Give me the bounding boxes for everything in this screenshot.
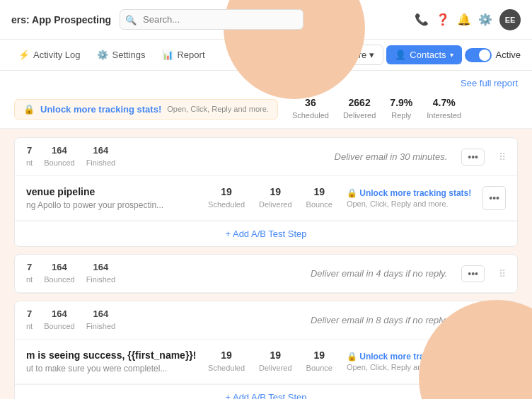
stat-delivered-value: 2662: [343, 97, 376, 108]
active-toggle-switch[interactable]: [465, 48, 492, 62]
seq-deliver-info-3: Deliver email in 8 days if no reply.: [311, 315, 447, 325]
stat-interested-value: 4.7%: [427, 97, 461, 108]
seq-count-val: 164: [44, 262, 74, 272]
seq-count-val: 164: [86, 145, 116, 156]
more-caret-icon: ▾: [369, 50, 374, 60]
seq-count-val: 7: [26, 308, 33, 319]
lock-icon: 🔒: [23, 104, 35, 115]
report-label: Report: [177, 50, 204, 60]
avatar[interactable]: EE: [499, 9, 521, 30]
report-icon: 📊: [162, 50, 173, 60]
stat-scheduled-label: Scheduled: [292, 111, 329, 120]
contacts-caret-icon: ▾: [450, 51, 453, 59]
activity-log-label: Activity Log: [33, 50, 80, 60]
seq-email-menu-button-1[interactable]: •••: [482, 186, 506, 210]
seq-count-val: 164: [86, 262, 116, 272]
seq-count-lbl: nt: [26, 322, 33, 330]
active-label: Active: [496, 50, 521, 60]
seq-email-left-3: m is seeing success, {{first_name}}! ut …: [26, 349, 197, 374]
active-toggle: Active: [465, 48, 521, 62]
seq-counts-2: 7 nt 164 Bounced 164 Finished: [26, 262, 115, 285]
seq-info-bar-1: 7 nt 164 Bounced 164 Finished Deliver em…: [15, 138, 517, 176]
seq-count-bounced-2: 164 Bounced: [44, 262, 74, 285]
activity-log-icon: ⚡: [18, 50, 30, 60]
add-ab-button-1[interactable]: + Add A/B Test Step: [225, 229, 306, 239]
unlock-link[interactable]: Unlock more tracking stats!: [40, 104, 161, 115]
bell-icon[interactable]: 🔔: [457, 13, 471, 26]
seq-stat-val: 19: [208, 349, 245, 361]
seq-count-finished-2: 164 Finished: [86, 262, 116, 285]
seq-counts-3: 7 nt 164 Bounced 164 Finished: [26, 308, 115, 332]
seq-count-val: 7: [26, 145, 33, 156]
seq-count-lbl: Finished: [86, 158, 116, 167]
seq-stat-lbl: Bounce: [306, 200, 332, 209]
stat-interested-label: Interested: [427, 111, 461, 120]
search-input[interactable]: [120, 9, 303, 30]
stat-delivered-label: Delivered: [343, 111, 376, 120]
seq-email-card-1: venue pipeline ng Apollo to power your p…: [15, 176, 517, 221]
seq-email-left-1: venue pipeline ng Apollo to power your p…: [26, 186, 197, 210]
seq-stat-val: 19: [306, 186, 332, 197]
seq-stat-scheduled: 19 Scheduled: [208, 186, 245, 210]
seq-email-subject-1: venue pipeline: [26, 186, 197, 197]
seq-menu-button-1[interactable]: •••: [461, 149, 485, 166]
sequence-row-2: 7 nt 164 Bounced 164 Finished Deliver em…: [14, 254, 518, 294]
unlock-inline-sub-1: Open, Click, Reply and more.: [347, 200, 449, 208]
seq-count-finished: 164 Finished: [86, 145, 116, 168]
seq-stat-lbl: Scheduled: [208, 200, 245, 209]
unlock-stats-banner: 🔒 Unlock more tracking stats! Open, Clic…: [14, 99, 278, 120]
seq-stat-lbl: Bounce: [306, 364, 332, 372]
settings-nav-icon: ⚙️: [97, 50, 108, 60]
seq-email-stats-1: 19 Scheduled 19 Delivered 19 Bounce 🔒: [208, 186, 471, 210]
app-title: ers: App Prospecting: [11, 14, 111, 25]
seq-stat-bounce: 19 Bounce: [306, 186, 332, 210]
seq-menu-button-2[interactable]: •••: [461, 265, 485, 282]
seq-count-lbl: Bounced: [44, 158, 74, 167]
settings-icon[interactable]: ⚙️: [478, 13, 492, 26]
sidebar-item-activity-log[interactable]: ⚡ Activity Log: [11, 45, 87, 64]
add-ab-button-3[interactable]: + Add A/B Test Step: [225, 392, 306, 399]
seq-stat-delivered: 19 Delivered: [259, 186, 291, 210]
seq-info-bar-2: 7 nt 164 Bounced 164 Finished Deliver em…: [15, 255, 517, 293]
seq-count-lbl: Finished: [86, 322, 116, 330]
seq-stat-val: 19: [259, 349, 291, 361]
seq-stat-bounce-3: 19 Bounce: [306, 349, 332, 374]
seq-count-lbl: Finished: [86, 275, 116, 284]
seq-email-preview-1: ng Apollo to power your prospectin...: [26, 200, 197, 210]
phone-icon[interactable]: 📞: [415, 13, 429, 26]
seq-count-bounced: 164 Bounced: [44, 145, 74, 168]
add-ab-row-1: + Add A/B Test Step: [15, 221, 517, 246]
seq-drag-handle-1[interactable]: ⠿: [499, 151, 506, 163]
stat-reply-value: 7.9%: [390, 97, 412, 108]
sidebar-item-report[interactable]: 📊 Report: [155, 45, 212, 64]
unlock-sub: Open, Click, Reply and more.: [167, 105, 269, 113]
seq-stat-lbl: Delivered: [259, 364, 291, 372]
contacts-label: Contacts: [410, 50, 446, 60]
seq-stat-val: 19: [208, 186, 245, 197]
seq-stat-val: 19: [306, 349, 332, 361]
seq-counts-1: 7 nt 164 Bounced 164 Finished: [26, 145, 115, 168]
seq-count-nt: 7 nt: [26, 145, 33, 168]
unlock-inline-link-1[interactable]: 🔒 Unlock more tracking stats!: [347, 188, 471, 198]
seq-count-val: 164: [44, 145, 74, 156]
seq-count-lbl: nt: [26, 275, 33, 284]
search-bar: 🔍: [120, 9, 303, 30]
see-full-report-button[interactable]: See full report: [461, 78, 518, 88]
search-icon: 🔍: [125, 14, 137, 25]
seq-stat-lbl: Scheduled: [208, 364, 245, 372]
seq-count-nt-3: 7 nt: [26, 308, 33, 332]
stats-row: 🔒 Unlock more tracking stats! Open, Clic…: [14, 97, 518, 121]
seq-stat-scheduled-3: 19 Scheduled: [208, 349, 245, 374]
seq-stat-delivered-3: 19 Delivered: [259, 349, 291, 374]
seq-count-lbl: Bounced: [44, 322, 74, 330]
contacts-button[interactable]: 👤 Contacts ▾: [386, 45, 461, 64]
seq-count-lbl: nt: [26, 158, 33, 167]
seq-drag-handle-2[interactable]: ⠿: [499, 268, 506, 279]
unlock-inline-1: 🔒 Unlock more tracking stats! Open, Clic…: [347, 188, 471, 208]
seq-count-finished-3: 164 Finished: [86, 308, 116, 332]
nav-icons: 📞 ❓ 🔔 ⚙️ EE: [415, 9, 521, 30]
settings-label: Settings: [112, 50, 145, 60]
sidebar-item-settings[interactable]: ⚙️ Settings: [90, 45, 152, 64]
stat-scheduled: 36 Scheduled: [292, 97, 329, 121]
help-icon[interactable]: ❓: [436, 13, 450, 26]
